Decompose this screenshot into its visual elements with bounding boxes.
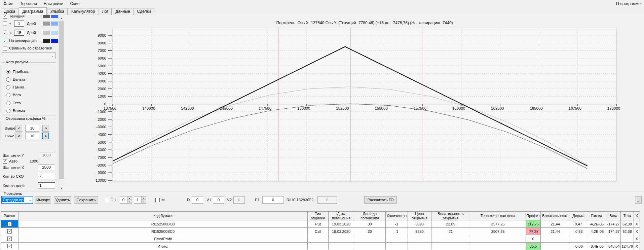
tab-data[interactable]: Данные (112, 8, 133, 15)
column-header[interactable]: Теоретическая цена (470, 212, 526, 220)
column-header[interactable]: Количество (386, 212, 408, 220)
v1-field[interactable]: 0 (213, 196, 224, 204)
row-calc-checkbox-cell[interactable]: ✓ (1, 228, 18, 235)
plus1-swatch-1 (43, 22, 50, 26)
current-swatch-2 (51, 15, 58, 18)
column-header[interactable]: Тета (621, 212, 634, 220)
plot-area[interactable] (113, 28, 616, 182)
menu-file[interactable]: Файл (0, 0, 17, 7)
row-calc-checkbox-cell[interactable]: ✓ (1, 243, 18, 250)
d-field[interactable]: 0 (192, 196, 203, 204)
auto-checkbox[interactable]: ✓ (3, 159, 7, 164)
column-header[interactable]: Цена открытия (408, 212, 431, 220)
column-header[interactable]: Расчет (1, 212, 18, 220)
sidebar-scrollbar[interactable]: ▲ ▼ (59, 15, 64, 191)
expiration-checkbox[interactable]: ✓ (3, 39, 7, 43)
profit-chart[interactable]: 9000800070006000500040003000200010000-10… (65, 15, 644, 191)
radio-profit[interactable] (6, 70, 10, 74)
column-header[interactable]: Вега (606, 212, 621, 220)
column-header[interactable]: Профит (526, 212, 541, 220)
spin-up-icon[interactable]: ▲ (127, 196, 132, 200)
spin-up-icon[interactable]: ▲ (141, 196, 146, 200)
delete-button[interactable]: Удалить (54, 196, 71, 204)
column-header[interactable]: Дельта (570, 212, 587, 220)
strategy-compare-dropdown[interactable]: ⌄ (2, 52, 56, 59)
save-button[interactable]: Сохранить (74, 196, 98, 204)
spin-down-icon[interactable]: ▼ (127, 200, 132, 204)
grid-step-x-input[interactable] (38, 164, 55, 170)
collapse-button[interactable]: _ (635, 196, 642, 204)
menu-window[interactable]: Окно (67, 0, 83, 7)
dh-spinner-1[interactable]: 0 ▲▼ (120, 196, 132, 204)
days-count-input[interactable] (38, 182, 55, 188)
radio-delta[interactable] (6, 77, 10, 82)
column-header[interactable]: X (634, 212, 640, 220)
remove-row-button[interactable]: X (634, 228, 640, 235)
compare-checkbox[interactable]: ✓ (3, 46, 7, 50)
scrollbar-thumb[interactable] (59, 21, 64, 179)
below-increase-button[interactable]: > (42, 133, 49, 139)
column-header[interactable]: Код бумаги (18, 212, 308, 220)
row-calc-checkbox[interactable]: ✓ (7, 229, 12, 234)
plus15-checkbox[interactable]: ✓ (3, 31, 7, 35)
current-checkbox[interactable]: ✓ (3, 15, 7, 19)
radio-gamma[interactable] (6, 85, 10, 90)
profit-chart-area[interactable]: 9000800070006000500040003000200010000-10… (65, 15, 644, 191)
remove-row-button[interactable]: X (634, 220, 640, 228)
plus15-days-input[interactable] (14, 30, 24, 36)
tab-diagram[interactable]: Диаграмма (19, 7, 46, 15)
dh-checkbox[interactable] (105, 198, 109, 202)
remove-row-button[interactable]: X (634, 235, 640, 243)
value-cell: 21,44 (541, 228, 570, 235)
m-checkbox[interactable] (155, 198, 160, 202)
column-header[interactable]: Дней до погашения (354, 212, 386, 220)
row-calc-checkbox[interactable]: ✓ (7, 244, 12, 248)
compare-row: ✓ Сравнить со стратегией (3, 45, 52, 51)
tab-log[interactable]: Лог (99, 8, 112, 15)
scroll-up-icon[interactable]: ▲ (59, 15, 65, 21)
dh-spinner-2[interactable]: 1 ▲▼ (134, 196, 146, 204)
scroll-down-icon[interactable]: ▼ (59, 185, 65, 191)
below-percent-input[interactable] (25, 133, 39, 139)
row-calc-checkbox-cell[interactable]: ✓ (1, 235, 18, 243)
value-cell: 0 (526, 235, 541, 243)
radio-vomma[interactable] (6, 109, 10, 113)
tab-calculator[interactable]: Калькулятор (68, 8, 98, 15)
strategy-select[interactable]: Стрэддл пр ⌄ (1, 196, 33, 204)
value-cell: 21,44 (541, 220, 570, 228)
spin-down-icon[interactable]: ▼ (141, 200, 146, 204)
value-cell (587, 235, 606, 243)
value-cell (470, 235, 526, 243)
current-swatch-1 (43, 15, 50, 18)
calc-go-button[interactable]: Рассчитать ГО (364, 196, 397, 204)
column-header[interactable]: Волатильность открытия (431, 212, 470, 220)
plus1-days-input[interactable] (14, 21, 24, 27)
below-decrease-button[interactable]: < (15, 133, 22, 139)
above-decrease-button[interactable]: < (15, 125, 22, 132)
radio-vega[interactable] (6, 93, 10, 97)
radio-theta[interactable] (6, 101, 10, 105)
import-button[interactable]: Импорт (35, 196, 51, 204)
row-calc-checkbox[interactable]: ✓ (7, 237, 12, 241)
tab-board[interactable]: Доска (1, 8, 18, 15)
column-header[interactable]: Волатильность (541, 212, 570, 220)
radio-profit-row: Прибыль (6, 69, 29, 74)
plus1-checkbox[interactable]: ✓ (3, 22, 7, 26)
row-calc-checkbox-cell[interactable]: ✓ (1, 220, 18, 228)
menu-trading[interactable]: Торговля (17, 0, 40, 7)
menu-about[interactable]: О программе (613, 0, 644, 7)
remove-row-button[interactable]: X (634, 243, 640, 250)
column-header[interactable]: Гамма (587, 212, 606, 220)
column-header[interactable]: Дата погашения (329, 212, 354, 220)
above-percent-input[interactable] (25, 125, 39, 132)
radio-gamma-label: Гамма (13, 85, 24, 89)
tab-deals[interactable]: Сделки (134, 8, 154, 15)
p1-field[interactable]: 0 (262, 196, 284, 204)
value-cell: 62,38 (621, 220, 634, 228)
above-increase-button[interactable]: > (42, 125, 49, 132)
row-calc-checkbox[interactable]: ✓ (7, 222, 12, 226)
tab-smile[interactable]: Улыбка (47, 8, 68, 15)
menu-settings[interactable]: Настройки (40, 0, 67, 7)
column-header[interactable]: Тип опциона (308, 212, 329, 220)
sko-count-input[interactable] (38, 173, 55, 179)
